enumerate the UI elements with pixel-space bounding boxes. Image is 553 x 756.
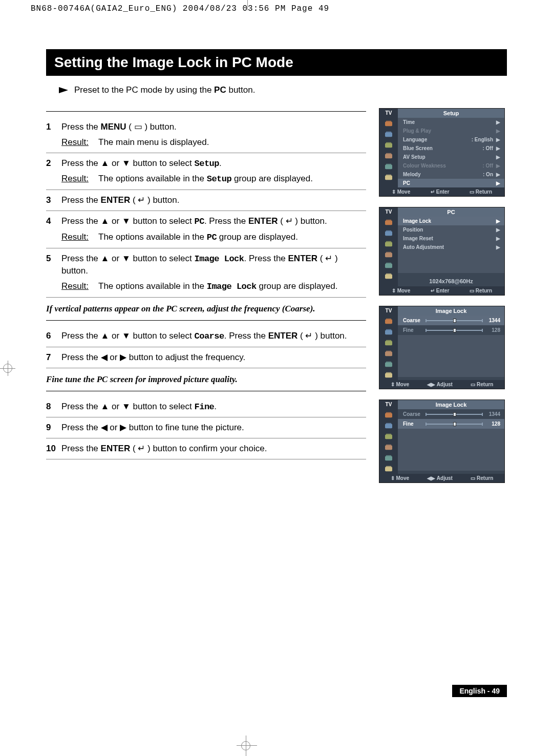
osd-panel: TVImage LockCoarse1344Fine128⇕ Move◀▶ Ad…: [379, 306, 505, 389]
step-row: 7Press the ◀ or ▶ button to adjust the f…: [46, 347, 366, 368]
osd-menu-item: Blue Screen: Off▶: [398, 144, 504, 153]
osd-category-icon: [379, 442, 398, 452]
osd-footer-hint: ◀▶ Adjust: [427, 382, 453, 387]
italic-note-1: If vertical patterns appear on the PC sc…: [46, 298, 366, 317]
svg-rect-5: [386, 142, 392, 144]
doc-header: BN68-00746A(GAIA2_Euro_ENG) 2004/08/23 0…: [0, 0, 553, 13]
svg-rect-37: [386, 412, 392, 414]
osd-footer-hint: ↵ Enter: [431, 288, 449, 293]
osd-category-icon: [379, 348, 398, 359]
svg-rect-39: [386, 423, 392, 425]
crop-mark-bottom-c: [241, 741, 250, 750]
osd-footer-hint: ▭ Return: [471, 475, 493, 481]
osd-category-icon: [379, 420, 398, 431]
step-row: 5Press the ▲ or ▼ button to select Image…: [46, 248, 366, 298]
svg-rect-29: [386, 340, 392, 342]
osd-slider-row: Fine128: [398, 325, 504, 335]
osd-footer-hint: ◀▶ Adjust: [427, 475, 453, 481]
osd-menu-item: Language: English▶: [398, 135, 504, 144]
svg-rect-43: [386, 444, 392, 446]
osd-category-icon: [379, 270, 398, 281]
step-number: 8: [46, 401, 61, 413]
osd-category-icon: [379, 129, 398, 139]
svg-rect-23: [386, 273, 392, 275]
osd-menu-item: Position▶: [398, 225, 504, 234]
osd-category-icon: [379, 139, 398, 150]
osd-category-icon: [379, 238, 398, 249]
osd-menu-item: Auto Adjustment▶: [398, 243, 504, 251]
osd-category-icon: [379, 172, 398, 182]
osd-title: Image Lock: [398, 306, 504, 316]
title-frame: Setting the Image Lock in PC Mode: [46, 49, 507, 76]
osd-menu-item: Time▶: [398, 118, 504, 127]
svg-rect-11: [386, 174, 392, 176]
osd-menu-item: Colour Weakness: Off▶: [398, 161, 504, 170]
osd-panel: TVPCImage Lock▶Position▶Image Reset▶Auto…: [379, 207, 505, 296]
step-number: 2: [46, 157, 61, 186]
step-number: 4: [46, 215, 61, 244]
osd-category-icon: [379, 150, 398, 161]
svg-rect-9: [386, 163, 392, 165]
svg-rect-21: [386, 262, 392, 264]
svg-rect-1: [386, 120, 392, 122]
osd-title: Setup: [398, 109, 504, 118]
osd-footer-hint: ↵ Enter: [431, 189, 449, 195]
svg-rect-13: [386, 219, 392, 221]
osd-title: Image Lock: [398, 400, 504, 409]
osd-footer: ⇕ Move↵ Enter▭ Return: [379, 187, 504, 196]
osd-tv-label: TV: [379, 109, 398, 118]
osd-panel: TVSetupTime▶Plug & Play▶Language: Englis…: [379, 108, 505, 197]
osd-tv-label: TV: [379, 207, 398, 217]
osd-menu-item: Plug & Play▶: [398, 127, 504, 135]
osd-category-icon: [379, 326, 398, 337]
osd-menu-item: PC▶: [398, 179, 504, 187]
svg-rect-33: [386, 361, 392, 363]
step-row: 4Press the ▲ or ▼ button to select PC. P…: [46, 211, 366, 248]
page-title: Setting the Image Lock in PC Mode: [47, 50, 506, 75]
step-row: 8Press the ▲ or ▼ button to select Fine.: [46, 396, 366, 418]
svg-rect-15: [386, 230, 392, 232]
step-number: 9: [46, 422, 61, 434]
step-number: 3: [46, 194, 61, 206]
instructions-column: 1Press the MENU ( ▭ ) button.Result:The …: [46, 108, 366, 493]
osd-category-icon: [379, 359, 398, 369]
osd-slider-row: Coarse1344: [398, 409, 504, 419]
osd-category-icon: [379, 463, 398, 474]
page-number: English - 49: [452, 685, 507, 697]
osd-category-icon: [379, 316, 398, 326]
osd-footer-hint: ⇕ Move: [391, 382, 409, 387]
svg-rect-17: [386, 241, 392, 243]
osd-footer-hint: ▭ Return: [470, 288, 492, 293]
italic-note-2: Fine tune the PC screen for improved pic…: [46, 368, 366, 388]
osd-footer: ⇕ Move↵ Enter▭ Return: [379, 286, 504, 295]
preset-note: Preset to the PC mode by using the PC bu…: [59, 85, 507, 95]
osd-category-icon: [379, 161, 398, 172]
step-number: 1: [46, 121, 61, 149]
osd-category-icon: [379, 431, 398, 442]
osd-menu-item: Image Reset▶: [398, 234, 504, 243]
step-row: 9Press the ◀ or ▶ button to fine tune th…: [46, 417, 366, 438]
osd-category-icon: [379, 452, 398, 463]
osd-menu-item: Melody: On▶: [398, 170, 504, 179]
osd-category-icon: [379, 369, 398, 380]
osd-menu-item: AV Setup▶: [398, 153, 504, 161]
osd-category-icon: [379, 227, 398, 238]
svg-rect-19: [386, 251, 392, 254]
osd-footer-hint: ▭ Return: [471, 382, 493, 387]
crop-mark-top: [238, 0, 259, 15]
svg-rect-45: [386, 455, 392, 457]
step-row: 1Press the MENU ( ▭ ) button.Result:The …: [46, 117, 366, 153]
osd-category-icon: [379, 337, 398, 348]
step-number: 7: [46, 351, 61, 364]
svg-rect-25: [386, 318, 392, 320]
step-row: 6Press the ▲ or ▼ button to select Coars…: [46, 326, 366, 347]
step-row: 2Press the ▲ or ▼ button to select Setup…: [46, 153, 366, 191]
step-number: 5: [46, 253, 61, 293]
step-number: 10: [46, 443, 61, 455]
osd-category-icon: [379, 249, 398, 260]
osd-category-icon: [379, 409, 398, 420]
osd-category-icon: [379, 260, 398, 270]
osd-column: TVSetupTime▶Plug & Play▶Language: Englis…: [379, 108, 507, 493]
osd-menu-item: Image Lock▶: [398, 217, 504, 225]
svg-rect-47: [386, 466, 392, 468]
